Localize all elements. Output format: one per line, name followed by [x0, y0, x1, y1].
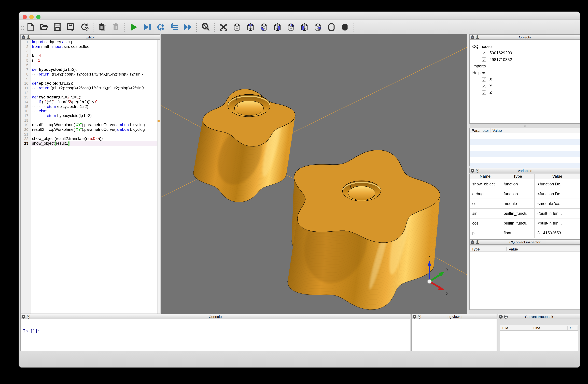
- editor-scrollbar[interactable]: [157, 40, 160, 314]
- code-line[interactable]: 22show_object(result2.translate((25,0,0)…: [21, 137, 160, 141]
- code-line[interactable]: 23show_object(result1): [21, 141, 160, 146]
- step-into-button[interactable]: [167, 21, 181, 33]
- code-line[interactable]: 12: [21, 91, 160, 95]
- fit-view-button[interactable]: [217, 21, 230, 33]
- variable-row-debug[interactable]: debugfunction<function De...: [470, 189, 580, 199]
- variable-row-sin[interactable]: sinbuiltin_functi...<built-in fun...: [470, 209, 580, 219]
- float-icon[interactable]: ❐: [476, 240, 479, 244]
- code-line[interactable]: 4k = 4: [21, 54, 160, 58]
- float-icon[interactable]: ❐: [476, 169, 479, 173]
- inspector-col-value[interactable]: Value: [507, 247, 580, 251]
- close-icon[interactable]: ✕: [21, 35, 25, 39]
- float-icon[interactable]: ❐: [27, 315, 30, 319]
- code-line[interactable]: 21: [21, 132, 160, 137]
- code-line[interactable]: 9: [21, 77, 160, 81]
- code-line[interactable]: 6: [21, 63, 160, 67]
- objects-params-splitter[interactable]: [469, 124, 580, 128]
- variables-col-type[interactable]: Type: [501, 174, 535, 179]
- float-icon[interactable]: ❐: [476, 35, 479, 39]
- visibility-checkbox[interactable]: ✓: [482, 51, 486, 55]
- code-line[interactable]: 13def cyclogear(t,r1=2,r2=1):: [21, 95, 160, 100]
- parameters-col-parameter[interactable]: Parameter: [470, 128, 490, 133]
- close-icon[interactable]: ✕: [471, 240, 474, 244]
- visibility-checkbox[interactable]: ✓: [482, 90, 486, 95]
- delete-button[interactable]: [95, 21, 109, 33]
- traceback-col-file[interactable]: File: [500, 326, 531, 330]
- close-icon[interactable]: ✕: [471, 169, 474, 173]
- view-bottom-button[interactable]: [257, 21, 271, 33]
- variables-col-value[interactable]: Value: [535, 174, 580, 179]
- step-over-button[interactable]: [154, 21, 167, 33]
- view-iso-button[interactable]: [230, 21, 244, 33]
- view-front-button[interactable]: [271, 21, 284, 33]
- toolbar-drag-handle[interactable]: [20, 22, 24, 32]
- code-line[interactable]: 5r = 1: [21, 58, 160, 63]
- continue-button[interactable]: [181, 21, 194, 33]
- tree-item-z[interactable]: ✓Z: [472, 89, 580, 96]
- save-button[interactable]: [51, 21, 64, 33]
- tree-item-x[interactable]: ✓X: [472, 76, 580, 82]
- visibility-checkbox[interactable]: ✓: [482, 77, 486, 81]
- 3d-viewport[interactable]: Z Y X: [161, 34, 467, 314]
- log-body[interactable]: [411, 319, 497, 351]
- wireframe-button[interactable]: [325, 21, 338, 33]
- code-line[interactable]: 3: [21, 49, 160, 54]
- float-icon[interactable]: ❐: [27, 35, 30, 39]
- view-left-button[interactable]: [297, 21, 311, 33]
- visibility-checkbox[interactable]: ✓: [482, 58, 486, 62]
- new-file-button[interactable]: [24, 21, 37, 33]
- tree-item-4981710352[interactable]: ✓4981710352: [472, 56, 580, 63]
- traceback-col-code[interactable]: C: [568, 326, 578, 330]
- float-icon[interactable]: ❐: [418, 315, 421, 319]
- close-icon[interactable]: ✕: [21, 315, 25, 319]
- console-body[interactable]: In [1]:: [20, 319, 410, 351]
- run-button[interactable]: [127, 21, 140, 33]
- delete-disabled-button[interactable]: [109, 21, 123, 33]
- variable-row-pi[interactable]: pifloat3.141592653...: [470, 228, 580, 238]
- tree-item-helpers[interactable]: Helpers: [472, 69, 580, 76]
- visibility-checkbox[interactable]: ✓: [482, 84, 486, 88]
- code-line[interactable]: 18: [21, 118, 160, 123]
- view-right-button[interactable]: [311, 21, 325, 33]
- code-line[interactable]: 7def hypocycloid(t,r1,r2):: [21, 67, 160, 72]
- code-line[interactable]: 2from math import sin, cos,pi,floor: [21, 44, 160, 49]
- view-top-button[interactable]: [244, 21, 257, 33]
- save-as-button[interactable]: [64, 21, 78, 33]
- variable-row-show_object[interactable]: show_objectfunction<function De...: [470, 179, 580, 189]
- open-file-button[interactable]: [37, 21, 51, 33]
- code-line[interactable]: 14····if (-1)**(1+floor(t/2/pi*(r1/r2)))…: [21, 100, 160, 104]
- tree-item-y[interactable]: ✓Y: [472, 82, 580, 89]
- code-line[interactable]: 19result1 = cq.Workplane('XY').parametri…: [21, 123, 160, 127]
- code-line[interactable]: 11····return ((r1+r2)*cos(t)-r2*cos(r1/r…: [21, 86, 160, 91]
- code-line[interactable]: 17········return hypocycloid(t,r1,r2): [21, 114, 160, 118]
- close-icon[interactable]: ✕: [471, 35, 474, 39]
- vertical-splitter[interactable]: [467, 34, 469, 314]
- code-line[interactable]: 8····return ((r1-r2)*cos(t)+r2*cos(r1/r2…: [21, 72, 160, 77]
- variable-row-cq[interactable]: cqmodule<module 'ca...: [470, 199, 580, 209]
- float-icon[interactable]: ❐: [504, 315, 508, 319]
- tree-item-cq-models[interactable]: CQ models: [472, 43, 580, 50]
- variables-col-name[interactable]: Name: [470, 174, 501, 179]
- close-icon[interactable]: ✕: [413, 315, 416, 319]
- shaded-button[interactable]: [338, 21, 352, 33]
- code-line[interactable]: 16····else:: [21, 109, 160, 114]
- code-editor[interactable]: 1import cadquery as cq2from math import …: [20, 40, 160, 314]
- code-line[interactable]: 15········return epicycloid(t,r1,r2): [21, 104, 160, 109]
- traceback-col-line[interactable]: Line: [531, 326, 568, 330]
- code-line[interactable]: 20result2 = cq.Workplane('XY').parametri…: [21, 127, 160, 132]
- tree-item-5001629200[interactable]: ✓5001629200: [472, 50, 580, 56]
- code-line[interactable]: 10def epicycloid(t,r1,r2):: [21, 81, 160, 86]
- minimize-window-button[interactable]: [29, 15, 34, 19]
- variable-row-cos[interactable]: cosbuiltin_functi...<built-in fun...: [470, 219, 580, 228]
- tree-item-imports[interactable]: Imports: [472, 63, 580, 69]
- reload-button[interactable]: [78, 21, 91, 33]
- titlebar[interactable]: [19, 12, 580, 20]
- view-back-button[interactable]: [284, 21, 297, 33]
- close-window-button[interactable]: [22, 15, 27, 19]
- code-lines[interactable]: 1import cadquery as cq2from math import …: [21, 40, 160, 314]
- code-line[interactable]: 1import cadquery as cq: [21, 40, 160, 44]
- parameters-col-value[interactable]: Value: [490, 128, 580, 133]
- zoom-window-button[interactable]: [36, 15, 41, 19]
- screenshot-button[interactable]: [199, 21, 212, 33]
- close-icon[interactable]: ✕: [499, 315, 503, 319]
